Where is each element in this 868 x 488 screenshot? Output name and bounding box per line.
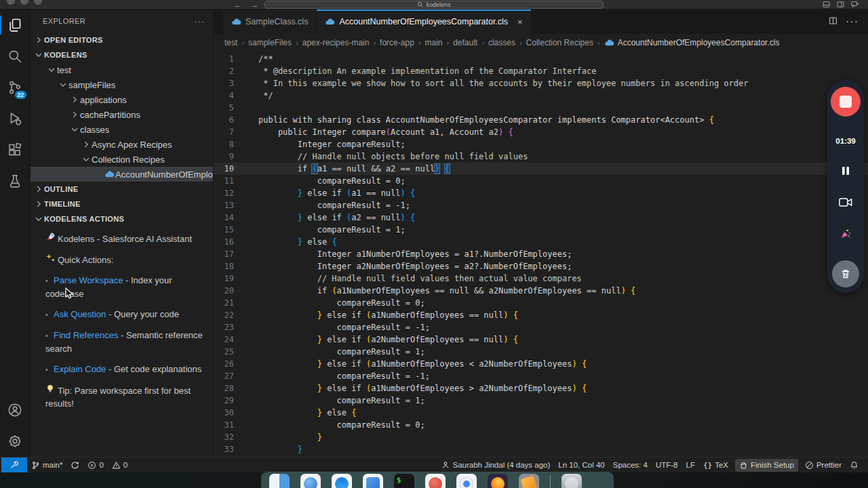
code-line: 29 compareResult = 1; xyxy=(214,394,868,407)
status-cursor-position[interactable]: Ln 10, Col 40 xyxy=(554,458,608,472)
breadcrumb-item[interactable]: main xyxy=(425,38,442,47)
dock-icon-terminal[interactable]: $ xyxy=(394,474,414,488)
code-editor[interactable]: 1/**2 * @description An example implemen… xyxy=(214,52,868,457)
action-link-find-references[interactable]: Find References xyxy=(54,330,118,340)
discard-recording-button[interactable] xyxy=(832,260,859,287)
tree-item-applications[interactable]: applications xyxy=(31,92,213,107)
sidebar-more-actions-icon[interactable]: ··· xyxy=(194,16,205,26)
activity-item-search[interactable] xyxy=(0,41,30,72)
status-blame-status[interactable]: Saurabh Jindal (4 days ago) xyxy=(437,458,554,472)
line-number: 3 xyxy=(214,77,245,89)
line-number: 32 xyxy=(214,431,245,443)
stop-recording-button[interactable] xyxy=(831,87,861,117)
section-kodelens[interactable]: KODELENS xyxy=(31,47,213,62)
split-editor-icon[interactable] xyxy=(829,16,837,28)
status-language-mode[interactable]: {}TeX xyxy=(699,458,732,472)
dock-icon-red-app[interactable] xyxy=(425,474,446,488)
breadcrumb-item[interactable]: force-app xyxy=(380,38,414,47)
dock-icon-mail-app[interactable] xyxy=(363,474,383,488)
status-finish-setup[interactable]: Finish Setup xyxy=(735,459,798,472)
action-link-explain-code[interactable]: Explain Code xyxy=(54,364,106,374)
editor-more-actions-icon[interactable]: ··· xyxy=(846,16,859,28)
activity-item-source-control[interactable]: 22 xyxy=(0,72,30,103)
status-encoding[interactable]: UTF-8 xyxy=(652,458,682,472)
tree-item-accountnumberofemploye[interactable]: AccountNumberOfEmploye xyxy=(31,167,213,182)
code-line: 3 * In this example we show how to sort … xyxy=(214,77,868,89)
close-tab-icon[interactable]: × xyxy=(517,17,523,27)
status-errors-count[interactable]: 0 xyxy=(83,458,107,472)
dock-icon-firefox[interactable] xyxy=(488,474,508,488)
dock-icon-orange-tool[interactable] xyxy=(519,474,539,488)
activity-item-extensions[interactable] xyxy=(0,134,30,165)
pause-recording-icon[interactable] xyxy=(840,165,851,176)
maximize-window-button[interactable] xyxy=(34,0,42,5)
dock-icon-chrome[interactable] xyxy=(456,474,477,488)
code-line: 31 compareResult = 0; xyxy=(214,419,868,431)
back-icon[interactable]: ← xyxy=(234,1,241,9)
tree-item-async-apex-recipes[interactable]: Async Apex Recipes xyxy=(31,137,213,152)
warning-icon xyxy=(112,461,121,470)
breadcrumb-item[interactable]: default xyxy=(453,38,477,47)
status-sync-status[interactable] xyxy=(66,458,83,472)
status-notifications[interactable] xyxy=(846,458,863,472)
dock-icon-safari[interactable] xyxy=(332,474,352,488)
activity-item-explorer[interactable] xyxy=(0,9,30,41)
tree-item-collection-recipes[interactable]: Collection Recipes xyxy=(31,152,213,167)
celebrate-icon[interactable] xyxy=(840,228,852,240)
tab-accountnumberofemployeescomparator-cls[interactable]: AccountNumberOfEmployeesComparator.cls× xyxy=(317,9,531,34)
minimize-window-button[interactable] xyxy=(20,0,28,5)
breadcrumb-item[interactable]: sampleFiles xyxy=(248,38,292,47)
layout-sidebar-icon[interactable] xyxy=(837,1,844,8)
section-timeline[interactable]: TIMELINE xyxy=(31,197,213,211)
status-eol[interactable]: LF xyxy=(682,458,698,472)
status-indentation[interactable]: Spaces: 4 xyxy=(609,458,652,472)
status-branch-status[interactable]: main* xyxy=(27,458,66,472)
tab-sampleclass-cls[interactable]: SampleClass.cls xyxy=(223,9,317,34)
tree-item-classes[interactable]: classes xyxy=(31,122,213,137)
search-icon xyxy=(417,1,423,9)
chevron-right-icon xyxy=(81,140,92,149)
activity-item-testing[interactable] xyxy=(0,165,30,197)
line-number: 4 xyxy=(214,89,245,102)
tree-item-test[interactable]: test xyxy=(31,62,213,77)
explorer-sidebar: EXPLORER ··· OPEN EDITORSKODELENStestsam… xyxy=(31,9,214,457)
dock-icon-browser-globe[interactable] xyxy=(300,474,321,488)
line-number: 7 xyxy=(214,126,245,138)
section-outline[interactable]: OUTLINE xyxy=(31,182,213,197)
status-remote-indicator[interactable] xyxy=(1,458,27,472)
breadcrumb-item[interactable]: AccountNumberOfEmployeesComparator.cls xyxy=(604,38,780,47)
chevron-right-icon xyxy=(33,35,44,45)
breadcrumb-item[interactable]: classes xyxy=(488,38,515,47)
chat-dropdown-icon[interactable] xyxy=(851,1,860,8)
activity-item-account[interactable] xyxy=(0,394,30,426)
line-content: Integer a1NumberOfEmployees = a1?.Number… xyxy=(245,248,572,260)
activity-bar: 22 xyxy=(0,9,31,457)
command-center-search[interactable]: kodelens xyxy=(264,1,604,9)
tree-item-cachepartitions[interactable]: cachePartitions xyxy=(31,107,213,122)
dock-icon-finder[interactable] xyxy=(269,474,290,488)
dock-icon-trash[interactable] xyxy=(561,474,582,488)
screen-recorder-widget: 01:39 xyxy=(827,80,864,293)
status-label: Spaces: 4 xyxy=(613,461,648,469)
status-prettier-status[interactable]: Prettier xyxy=(801,458,846,472)
breadcrumb-separator: › xyxy=(241,39,244,47)
section-kodelens-actions[interactable]: KODELENS ACTIONS xyxy=(31,211,213,226)
layout-panel-icon[interactable] xyxy=(823,1,830,8)
activity-item-run-debug[interactable] xyxy=(0,103,30,134)
activity-item-settings[interactable] xyxy=(0,426,30,457)
breadcrumb-item[interactable]: test xyxy=(224,38,237,47)
forward-icon[interactable]: → xyxy=(251,1,258,9)
breadcrumb-item[interactable]: Collection Recipes xyxy=(526,38,593,47)
safari-glyph xyxy=(335,477,349,488)
line-number: 30 xyxy=(214,407,245,419)
code-line: 22 } else if (a1NumberOfEmployees == nul… xyxy=(214,309,868,321)
tree-item-samplefiles[interactable]: sampleFiles xyxy=(31,77,213,92)
action-link-parse-workspace[interactable]: Parse Workspace xyxy=(54,275,123,285)
close-window-button[interactable] xyxy=(7,0,15,5)
breadcrumb-item[interactable]: apex-recipes-main xyxy=(302,38,370,47)
status-warnings-count[interactable]: 0 xyxy=(108,458,132,472)
section-open-editors[interactable]: OPEN EDITORS xyxy=(31,33,213,47)
kodelens-action-entry: Quick Actions: xyxy=(45,253,203,266)
action-link-ask-question[interactable]: Ask Question xyxy=(54,309,106,319)
camera-icon[interactable] xyxy=(839,197,852,207)
